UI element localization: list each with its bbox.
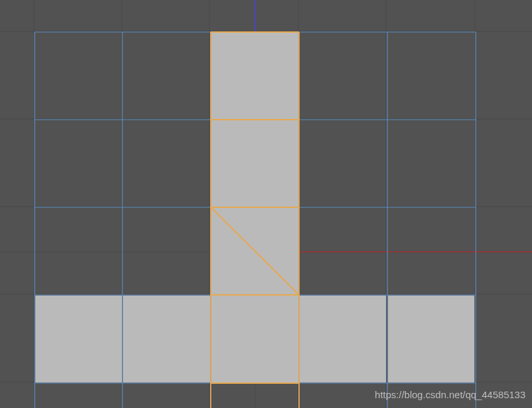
viewport-canvas — [0, 0, 532, 408]
svg-rect-20 — [388, 296, 474, 382]
uv-editor-viewport[interactable] — [0, 0, 532, 408]
watermark-text: https://blog.csdn.net/qq_44585133 — [375, 389, 525, 400]
svg-rect-16 — [35, 296, 122, 382]
svg-rect-14 — [211, 120, 298, 207]
svg-rect-19 — [299, 296, 386, 382]
svg-rect-18 — [211, 296, 298, 382]
svg-rect-17 — [123, 296, 210, 382]
svg-rect-13 — [211, 33, 298, 120]
